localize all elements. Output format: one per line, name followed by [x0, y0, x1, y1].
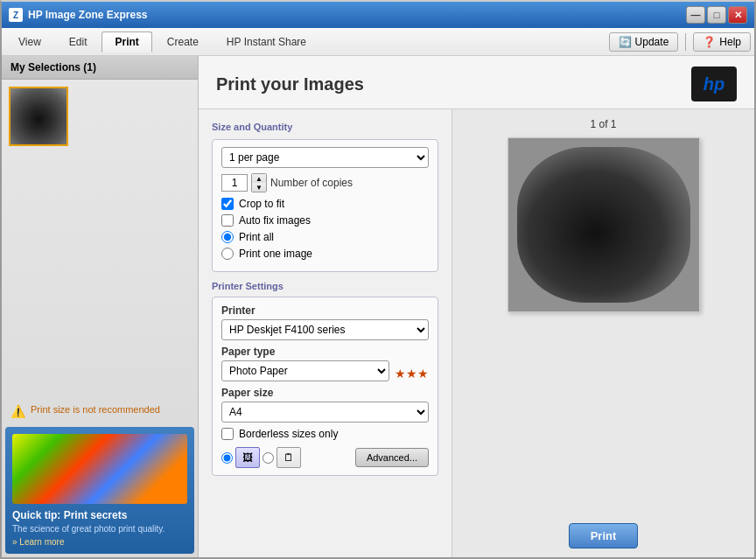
view-btn-landscape[interactable]: 🖼 [235, 447, 260, 468]
warning-icon: ⚠️ [10, 404, 25, 418]
view-radio-2[interactable] [262, 452, 274, 464]
paper-type-row: Photo Paper Plain Paper Premium Photo Pa… [221, 360, 429, 387]
update-label: Update [635, 36, 669, 48]
maximize-button[interactable]: □ [707, 6, 726, 24]
print-all-row: Print all [221, 231, 429, 243]
preview-area: 1 of 1 Print [452, 109, 754, 557]
print-one-row: Print one image [221, 248, 429, 260]
tab-create[interactable]: Create [154, 31, 212, 52]
sidebar-header: My Selections (1) [2, 56, 198, 80]
promo-box: Quick tip: Print secrets The science of … [5, 427, 194, 554]
paper-favorite-icon[interactable]: ★★★ [395, 367, 429, 381]
menu-right-actions: 🔄 Update ❓ Help [609, 32, 751, 52]
copies-input[interactable] [221, 174, 248, 192]
thumbnail-item[interactable] [9, 87, 68, 146]
copies-row: ▲ ▼ Number of copies [221, 173, 429, 192]
view-radio-1[interactable] [221, 452, 233, 464]
copies-down-button[interactable]: ▼ [252, 183, 266, 192]
tab-print[interactable]: Print [102, 31, 151, 52]
size-quantity-title: Size and Quantity [212, 122, 438, 132]
promo-image [12, 434, 187, 504]
printer-select[interactable]: HP Deskjet F4100 series [221, 319, 429, 340]
update-icon: 🔄 [619, 36, 632, 48]
bottom-options: 🖼 🗒 Advanced... [221, 447, 429, 468]
size-select[interactable]: 1 per page 2 per page 4 per page Index p… [221, 147, 429, 168]
window-title: HP Image Zone Express [28, 9, 686, 21]
promo-link[interactable]: » Learn more [12, 537, 187, 547]
print-one-radio[interactable] [221, 248, 234, 260]
size-quantity-section: 1 per page 2 per page 4 per page Index p… [212, 139, 438, 272]
page-counter: 1 of 1 [590, 118, 616, 130]
hp-logo-text: hp [704, 74, 724, 94]
title-bar: Z HP Image Zone Express — □ ✕ [2, 2, 754, 28]
main-header: Print your Images hp [199, 56, 754, 109]
borderless-checkbox[interactable] [221, 428, 234, 440]
main-content: Size and Quantity 1 per page 2 per page … [199, 109, 754, 557]
preview-image [508, 138, 699, 311]
copies-label: Number of copies [270, 177, 353, 189]
print-all-label: Print all [239, 231, 274, 243]
help-icon: ❓ [703, 36, 716, 48]
crop-to-fit-label: Crop to fit [239, 198, 284, 210]
promo-desc: The science of great photo print quality… [12, 524, 187, 534]
copies-spinner: ▲ ▼ [251, 173, 267, 192]
borderless-label: Borderless sizes only [239, 428, 338, 440]
help-button[interactable]: ❓ Help [693, 32, 751, 52]
menu-divider [685, 33, 686, 51]
thumbnail-area [2, 80, 198, 153]
page-title: Print your Images [216, 74, 364, 94]
main-window: Z HP Image Zone Express — □ ✕ View Edit … [0, 0, 756, 559]
thumbnail-image [10, 88, 66, 144]
auto-fix-checkbox[interactable] [221, 214, 234, 227]
help-label: Help [719, 36, 741, 48]
auto-fix-row: Auto fix images [221, 214, 429, 227]
hp-logo: hp [691, 66, 737, 101]
print-all-radio[interactable] [221, 231, 234, 243]
warning-text: Print size is not recommended [31, 404, 160, 415]
app-icon: Z [9, 8, 23, 22]
tab-hp-instant-share[interactable]: HP Instant Share [214, 31, 319, 52]
paper-type-label: Paper type [221, 346, 429, 358]
view-btn-portrait[interactable]: 🗒 [276, 447, 301, 468]
settings-panel: Size and Quantity 1 per page 2 per page … [199, 109, 452, 557]
paper-size-label: Paper size [221, 387, 429, 399]
print-button[interactable]: Print [569, 523, 639, 549]
paper-size-select[interactable]: A4 Letter 4x6 [221, 402, 429, 423]
content-area: My Selections (1) ⚠️ Print size is not r… [2, 56, 754, 557]
preview-box [508, 137, 700, 312]
promo-title: Quick tip: Print secrets [12, 509, 187, 521]
borderless-row: Borderless sizes only [221, 428, 429, 440]
sidebar: My Selections (1) ⚠️ Print size is not r… [2, 56, 199, 557]
printer-settings-section: Printer HP Deskjet F4100 series Paper ty… [212, 297, 438, 476]
copies-up-button[interactable]: ▲ [252, 174, 266, 183]
tab-view[interactable]: View [5, 31, 54, 52]
view-options: 🖼 🗒 [221, 447, 301, 468]
crop-to-fit-checkbox[interactable] [221, 198, 234, 210]
close-button[interactable]: ✕ [728, 6, 747, 24]
tab-edit[interactable]: Edit [56, 31, 101, 52]
crop-to-fit-row: Crop to fit [221, 198, 429, 210]
paper-type-select[interactable]: Photo Paper Plain Paper Premium Photo Pa… [221, 360, 389, 381]
print-one-label: Print one image [239, 248, 312, 260]
printer-settings-title: Printer Settings [212, 281, 438, 291]
update-button[interactable]: 🔄 Update [609, 32, 679, 52]
window-controls: — □ ✕ [686, 6, 747, 24]
printer-label: Printer [221, 304, 429, 317]
advanced-button[interactable]: Advanced... [355, 448, 429, 467]
sidebar-warning: ⚠️ Print size is not recommended [2, 399, 198, 423]
menu-bar: View Edit Print Create HP Instant Share … [2, 28, 754, 56]
minimize-button[interactable]: — [686, 6, 705, 24]
main-area: Print your Images hp Size and Quantity 1… [199, 56, 754, 557]
auto-fix-label: Auto fix images [239, 214, 311, 227]
